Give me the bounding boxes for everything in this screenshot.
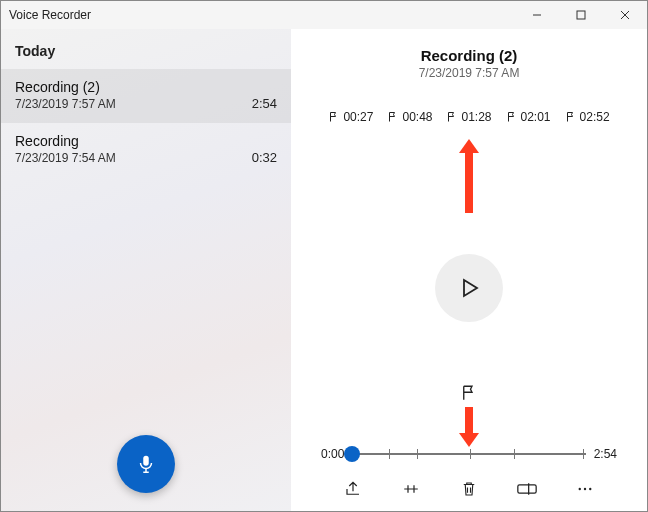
marker-time: 02:01 [521, 110, 551, 124]
timeline-thumb[interactable] [344, 446, 360, 462]
timeline-track[interactable] [352, 453, 585, 455]
recording-date: 7/23/2019 7:57 AM [15, 97, 116, 111]
svg-point-10 [584, 488, 586, 490]
current-title: Recording (2) [291, 47, 647, 64]
marker-list: 00:27 00:48 01:28 02:01 02:52 [291, 110, 647, 124]
timeline: 0:00 2:54 [321, 447, 617, 461]
flag-icon [446, 111, 458, 123]
flag-icon [328, 111, 340, 123]
svg-rect-7 [518, 485, 536, 493]
share-icon [344, 480, 362, 498]
flag-icon [387, 111, 399, 123]
voice-recorder-window: Voice Recorder Today Recording (2) 7/23/… [0, 0, 648, 512]
flag-icon [460, 384, 478, 402]
ellipsis-icon [576, 480, 594, 498]
svg-rect-4 [143, 456, 149, 466]
flag-icon [506, 111, 518, 123]
marker[interactable]: 00:27 [328, 110, 373, 124]
marker[interactable]: 02:52 [565, 110, 610, 124]
marker-time: 00:27 [343, 110, 373, 124]
play-button[interactable] [435, 254, 503, 322]
marker[interactable]: 02:01 [506, 110, 551, 124]
recording-title: Recording [15, 133, 79, 149]
body: Today Recording (2) 7/23/2019 7:57 AM 2:… [1, 29, 647, 511]
delete-button[interactable] [459, 479, 479, 499]
marker-time: 01:28 [461, 110, 491, 124]
player-toolbar [291, 479, 647, 499]
recording-duration: 0:32 [252, 150, 277, 165]
marker[interactable]: 00:48 [387, 110, 432, 124]
time-position: 0:00 [321, 447, 344, 461]
marker-time: 00:48 [402, 110, 432, 124]
current-datetime: 7/23/2019 7:57 AM [291, 66, 647, 80]
play-icon [457, 276, 481, 300]
marker[interactable]: 01:28 [446, 110, 491, 124]
maximize-button[interactable] [559, 1, 603, 29]
current-recording-header: Recording (2) 7/23/2019 7:57 AM [291, 47, 647, 80]
annotation-arrow-down [465, 407, 473, 433]
trim-button[interactable] [401, 479, 421, 499]
minimize-button[interactable] [515, 1, 559, 29]
flag-icon [565, 111, 577, 123]
svg-point-11 [589, 488, 591, 490]
rename-icon [517, 482, 537, 496]
app-title: Voice Recorder [9, 8, 515, 22]
recordings-sidebar: Today Recording (2) 7/23/2019 7:57 AM 2:… [1, 29, 291, 511]
player-panel: Recording (2) 7/23/2019 7:57 AM 00:27 00… [291, 29, 647, 511]
close-button[interactable] [603, 1, 647, 29]
recording-date: 7/23/2019 7:54 AM [15, 151, 116, 165]
more-button[interactable] [575, 479, 595, 499]
section-label-today: Today [1, 29, 291, 69]
annotation-arrow-up [465, 153, 473, 213]
svg-rect-1 [577, 11, 585, 19]
microphone-icon [135, 453, 157, 475]
titlebar: Voice Recorder [1, 1, 647, 29]
rename-button[interactable] [517, 479, 537, 499]
svg-point-9 [579, 488, 581, 490]
record-button[interactable] [117, 435, 175, 493]
recording-duration: 2:54 [252, 96, 277, 111]
trim-icon [402, 480, 420, 498]
recording-title: Recording (2) [15, 79, 100, 95]
add-marker-button[interactable] [460, 384, 478, 406]
recording-item[interactable]: Recording (2) 7/23/2019 7:57 AM 2:54 [1, 69, 291, 123]
time-total: 2:54 [594, 447, 617, 461]
recording-item[interactable]: Recording 7/23/2019 7:54 AM 0:32 [1, 123, 291, 177]
marker-time: 02:52 [580, 110, 610, 124]
share-button[interactable] [343, 479, 363, 499]
trash-icon [460, 480, 478, 498]
